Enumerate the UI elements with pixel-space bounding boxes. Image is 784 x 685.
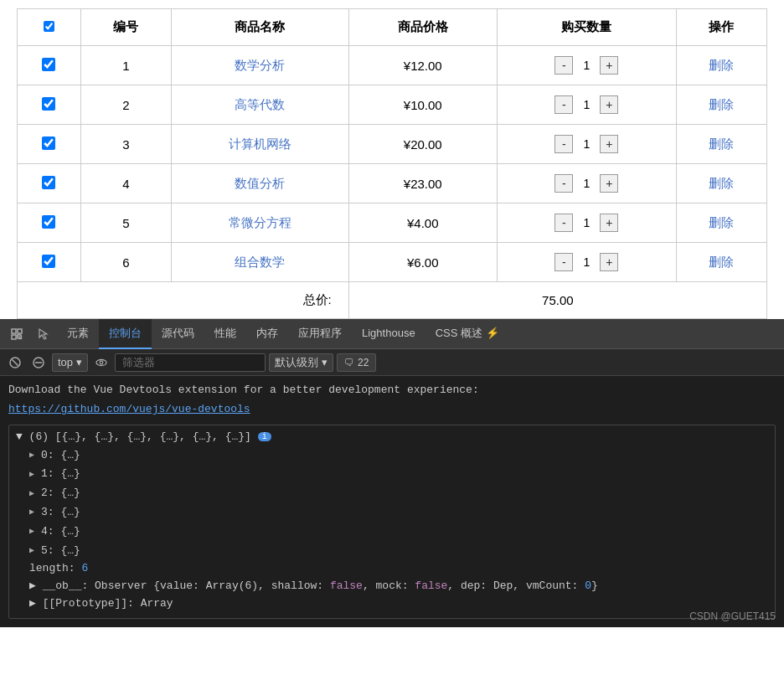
tree-item-2[interactable]: ▶ 2: {…} (16, 484, 768, 503)
row-id: 6 (80, 243, 171, 282)
row-checkbox[interactable] (42, 215, 55, 229)
row-price: ¥12.00 (348, 46, 497, 85)
filter-input[interactable] (115, 353, 266, 372)
col-header-name: 商品名称 (172, 9, 349, 46)
tab-application[interactable]: 应用程序 (288, 319, 352, 349)
delete-btn[interactable]: 删除 (709, 176, 734, 190)
col-header-price: 商品价格 (348, 9, 497, 46)
tree-item-3[interactable]: ▶ 3: {…} (16, 503, 768, 523)
length-line: length: 6 (16, 560, 768, 578)
row-checkbox[interactable] (42, 58, 55, 71)
table-section: 编号 商品名称 商品价格 购买数量 操作 1数学分析¥12.00-1+删除2高等… (0, 0, 784, 319)
delete-btn[interactable]: 删除 (709, 215, 734, 229)
row-id: 5 (80, 203, 171, 243)
row-qty: -1+ (497, 243, 676, 282)
row-delete-cell[interactable]: 删除 (676, 125, 766, 164)
tab-console[interactable]: 控制台 (99, 319, 152, 349)
delete-btn[interactable]: 删除 (709, 255, 734, 269)
console-devtools-message: Download the Vue Devtools extension for … (8, 381, 776, 400)
devtools-panel: 元素 控制台 源代码 性能 内存 应用程序 Lighthouse CSS 概述 … (0, 319, 784, 627)
clear-console-icon[interactable] (5, 353, 25, 373)
row-qty: -1+ (497, 125, 676, 164)
qty-decrease-btn[interactable]: - (554, 174, 573, 193)
console-devtools-link[interactable]: https://github.com/vuejs/vue-devtools (8, 400, 776, 420)
qty-value: 1 (576, 177, 596, 190)
row-delete-cell[interactable]: 删除 (676, 46, 766, 85)
qty-decrease-btn[interactable]: - (554, 56, 573, 75)
array-expand-icon: ▼ (6) [{…}, {…}, {…}, {…}, {…}, {…}] (16, 430, 251, 443)
block-icon[interactable] (28, 353, 49, 373)
context-label: top (58, 356, 73, 368)
qty-decrease-btn[interactable]: - (554, 95, 573, 114)
prototype-line[interactable]: ▶ [[Prototype]]: Array (16, 595, 768, 613)
qty-increase-btn[interactable]: + (600, 253, 618, 271)
qty-increase-btn[interactable]: + (600, 214, 618, 232)
qty-decrease-btn[interactable]: - (554, 253, 573, 271)
row-id: 3 (80, 125, 171, 164)
row-product-name: 数值分析 (172, 164, 349, 203)
delete-btn[interactable]: 删除 (709, 58, 734, 72)
row-delete-cell[interactable]: 删除 (676, 164, 766, 203)
row-checkbox-cell[interactable] (18, 164, 81, 203)
devtools-icon-cursor[interactable] (30, 319, 57, 349)
row-checkbox-cell[interactable] (18, 125, 81, 164)
tree-item-0[interactable]: ▶ 0: {…} (16, 446, 768, 466)
log-level-select[interactable]: 默认级别 ▾ (269, 353, 333, 372)
tree-item-1[interactable]: ▶ 1: {…} (16, 465, 768, 484)
level-dropdown-arrow: ▾ (322, 356, 328, 368)
tree-key-3: 3: {…} (41, 504, 80, 522)
observer-line[interactable]: ▶ __ob__: Observer {value: Array(6), sha… (16, 578, 768, 595)
qty-increase-btn[interactable]: + (600, 95, 618, 114)
qty-increase-btn[interactable]: + (600, 56, 618, 75)
row-checkbox[interactable] (42, 176, 55, 189)
row-price: ¥23.00 (348, 164, 497, 203)
delete-btn[interactable]: 删除 (709, 136, 734, 151)
svg-point-7 (100, 361, 103, 364)
row-checkbox[interactable] (42, 97, 55, 111)
row-checkbox-cell[interactable] (18, 243, 81, 282)
row-qty: -1+ (497, 164, 676, 203)
row-delete-cell[interactable]: 删除 (676, 85, 766, 125)
eye-icon[interactable] (91, 353, 111, 373)
col-header-qty: 购买数量 (497, 9, 676, 46)
tab-css-overview[interactable]: CSS 概述 ⚡ (426, 319, 509, 349)
devtools-icon-inspect[interactable] (3, 319, 30, 349)
console-output: Download the Vue Devtools extension for … (0, 376, 784, 627)
delete-btn[interactable]: 删除 (709, 97, 734, 111)
context-select[interactable]: top ▾ (52, 353, 88, 372)
row-price: ¥10.00 (348, 85, 497, 125)
col-header-checkbox (18, 9, 81, 46)
tree-key-5: 5: {…} (41, 543, 80, 560)
qty-increase-btn[interactable]: + (600, 135, 618, 153)
row-price: ¥20.00 (348, 125, 497, 164)
qty-increase-btn[interactable]: + (600, 174, 618, 193)
row-product-name: 组合数学 (172, 243, 349, 282)
row-checkbox-cell[interactable] (18, 203, 81, 243)
select-all-checkbox[interactable] (44, 21, 54, 32)
row-checkbox[interactable] (42, 136, 55, 150)
tab-lighthouse[interactable]: Lighthouse (352, 319, 426, 349)
row-delete-cell[interactable]: 删除 (676, 243, 766, 282)
row-checkbox[interactable] (42, 255, 55, 268)
row-delete-cell[interactable]: 删除 (676, 203, 766, 243)
tree-arrow-4: ▶ (29, 525, 38, 538)
array-header[interactable]: ▼ (6) [{…}, {…}, {…}, {…}, {…}, {…}] i (16, 430, 768, 443)
table-row: 6组合数学¥6.00-1+删除 (18, 243, 767, 282)
qty-decrease-btn[interactable]: - (554, 135, 573, 153)
tree-arrow-2: ▶ (29, 487, 38, 501)
row-checkbox-cell[interactable] (18, 46, 81, 85)
row-product-name: 计算机网络 (172, 125, 349, 164)
tab-performance[interactable]: 性能 (204, 319, 246, 349)
tree-item-4[interactable]: ▶ 4: {…} (16, 523, 768, 542)
tab-memory[interactable]: 内存 (246, 319, 288, 349)
tree-arrow-3: ▶ (29, 506, 38, 519)
shopping-table: 编号 商品名称 商品价格 购买数量 操作 1数学分析¥12.00-1+删除2高等… (17, 8, 767, 319)
length-value: 6 (81, 562, 88, 574)
tree-item-5[interactable]: ▶ 5: {…} (16, 542, 768, 561)
row-checkbox-cell[interactable] (18, 85, 81, 125)
row-id: 1 (80, 46, 171, 85)
qty-decrease-btn[interactable]: - (554, 214, 573, 232)
tab-elements[interactable]: 元素 (57, 319, 99, 349)
level-label: 默认级别 (275, 355, 318, 370)
tab-sources[interactable]: 源代码 (152, 319, 204, 349)
